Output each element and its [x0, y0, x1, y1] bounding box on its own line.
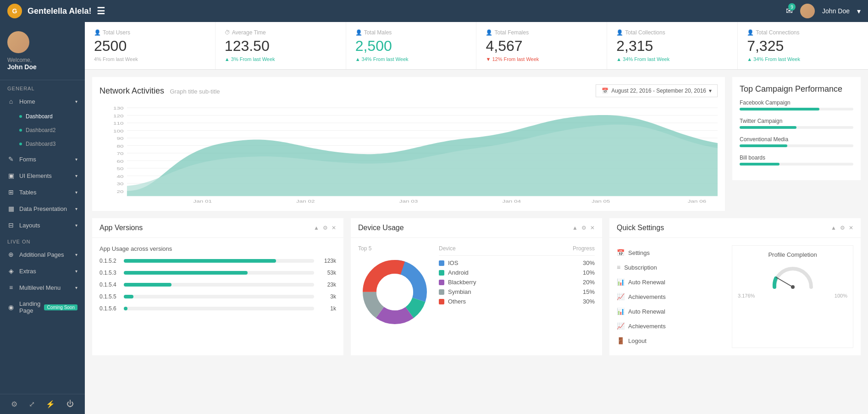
collections-icon: 👤: [616, 29, 623, 36]
hamburger-icon[interactable]: ☰: [97, 6, 105, 17]
collapse-icon[interactable]: ▲: [572, 225, 578, 231]
network-chart: 130 120 110 100 90 80 70 60 50 40 30: [100, 103, 718, 204]
sidebar-item-layouts[interactable]: ⊟ Layouts ▾: [0, 217, 85, 233]
sidebar-item-dashboard3[interactable]: Dashboard3: [0, 137, 85, 151]
app-versions-panel: App Versions ▲ ⚙ ✕ App Usage across vers…: [92, 218, 343, 355]
others-dot: [439, 299, 444, 304]
top-nav-right: ✉ 9 John Doe ▾: [786, 4, 861, 18]
version-bar-bg-0156: [124, 307, 314, 310]
android-name: Android: [448, 269, 583, 276]
app-name: Gentelella Alela!: [28, 6, 91, 16]
close-icon[interactable]: ✕: [332, 225, 336, 231]
qs-item-auto-renewal1[interactable]: 📊 Auto Renewal: [617, 275, 726, 289]
content-grid: Network Activities Graph title sub-title…: [85, 70, 868, 363]
achievements2-icon: 📈: [617, 322, 625, 330]
quick-settings-actions: ▲ ⚙ ✕: [831, 225, 853, 231]
settings-icon: 📅: [617, 249, 625, 256]
qs-item-logout[interactable]: 🚪 Logout: [617, 333, 726, 348]
qs-item-achievements1[interactable]: 📈 Achievements: [617, 289, 726, 304]
collapse-icon[interactable]: ▲: [314, 225, 319, 231]
logout-icon[interactable]: ⏻: [66, 400, 74, 408]
sidebar-item-forms[interactable]: ✎ Forms ▾: [0, 151, 85, 167]
qs-subscription-label: Subscription: [624, 264, 657, 271]
settings-icon[interactable]: ⚙: [323, 225, 328, 231]
version-value-0154: 23k: [318, 282, 336, 288]
device-top: Top 5: [358, 245, 595, 329]
sidebar-item-extras[interactable]: ◈ Extras ▾: [0, 263, 85, 279]
settings-icon[interactable]: ⚙: [11, 400, 17, 408]
ui-elements-icon: ▣: [7, 172, 15, 179]
stat-avg-time: ⏱ Average Time 123.50 ▲ 3% From last Wee…: [216, 22, 346, 69]
sidebar-item-extras-label: Extras: [19, 268, 75, 275]
sidebar-item-additional-label: Additional Pages: [19, 251, 75, 258]
sidebar-item-multilevel[interactable]: ≡ Multilevel Menu ▾: [0, 279, 85, 296]
sidebar-item-ui-elements[interactable]: ▣ UI Elements ▾: [0, 167, 85, 184]
sidebar-item-dashboard2[interactable]: Dashboard2: [0, 123, 85, 137]
stat-total-males-label: 👤 Total Males: [355, 29, 467, 36]
close-icon[interactable]: ✕: [849, 225, 853, 231]
device-usage-header: Device Usage ▲ ⚙ ✕: [351, 218, 602, 238]
sidebar-item-dashboard[interactable]: Dashboard: [0, 110, 85, 123]
close-icon[interactable]: ✕: [590, 225, 595, 231]
stat-total-users: 👤 Total Users 2500 4% From last Week: [85, 22, 216, 69]
svg-text:Jan 01: Jan 01: [193, 199, 211, 204]
stat-total-collections-value: 2,315: [616, 38, 728, 55]
qs-item-subscription[interactable]: ≡ Subscription: [617, 260, 726, 275]
avatar: [800, 4, 815, 18]
svg-text:Jan 04: Jan 04: [502, 199, 521, 204]
chevron-down-icon: ▾: [75, 223, 77, 228]
settings-icon[interactable]: ⚙: [840, 225, 845, 231]
version-row-0153: 0.1.5.3 53k: [100, 270, 336, 276]
version-bar-bg-0154: [124, 283, 314, 287]
qs-item-auto-renewal2[interactable]: 📊 Auto Renewal: [617, 304, 726, 319]
notification-badge: 9: [788, 3, 796, 11]
symbian-pct: 15%: [583, 288, 595, 295]
stat-total-collections: 👤 Total Collections 2,315 ▲ 34% From las…: [607, 22, 738, 69]
campaign-twitter-label: Twitter Campaign: [740, 118, 853, 124]
qs-item-achievements2[interactable]: 📈 Achievements: [617, 319, 726, 333]
campaign-col: Top Campaign Performance Facebook Campai…: [732, 77, 861, 211]
sidebar-item-additional-pages[interactable]: ⊕ Additional Pages ▾: [0, 246, 85, 263]
blackberry-name: Blackberry: [448, 279, 583, 286]
sidebar-avatar: [7, 31, 29, 53]
date-picker-button[interactable]: 📅 August 22, 2016 - September 20, 2016 ▾: [596, 84, 718, 97]
campaign-conventional-label: Conventional Media: [740, 136, 853, 143]
version-value-0152: 123k: [318, 258, 336, 264]
network-section: Network Activities Graph title sub-title…: [92, 77, 725, 211]
version-bar-bg-0153: [124, 271, 314, 275]
campaign-facebook-label: Facebook Campaign: [740, 99, 853, 106]
sidebar-item-home[interactable]: ⌂ Home ▾: [0, 93, 85, 110]
svg-text:90: 90: [116, 136, 123, 141]
auto-renewal-icon: 📊: [617, 278, 625, 286]
gauge-fill-arc: [774, 278, 775, 287]
stat-avg-time-label: ⏱ Average Time: [225, 29, 337, 36]
sidebar-welcome: Welcome,: [7, 57, 32, 63]
gauge-needle-base: [791, 285, 795, 289]
stat-avg-time-value: 123.50: [225, 38, 337, 55]
notification-bell[interactable]: ✉ 9: [786, 6, 793, 16]
collapse-icon[interactable]: ▲: [831, 225, 836, 231]
chevron-down-icon: ▾: [75, 269, 77, 274]
campaign-item-twitter: Twitter Campaign: [740, 118, 853, 129]
power-icon[interactable]: ⚡: [46, 400, 55, 408]
svg-text:Jan 02: Jan 02: [296, 199, 315, 204]
sidebar-item-landing[interactable]: ◉ Landing Page Coming Soon: [0, 296, 85, 319]
device-donut-chart: [358, 255, 431, 329]
stats-row: 👤 Total Users 2500 4% From last Week ⏱ A…: [85, 22, 868, 70]
version-label-0153: 0.1.5.3: [100, 270, 120, 276]
blackberry-dot: [439, 280, 444, 285]
device-usage-body: Top 5: [351, 238, 602, 336]
campaign-billboards-bar-fill: [740, 163, 780, 166]
fullscreen-icon[interactable]: ⤢: [29, 400, 35, 408]
sidebar-user: Welcome, John Doe: [0, 22, 85, 80]
qs-item-settings[interactable]: 📅 Settings: [617, 245, 726, 260]
version-bar-fill-0153: [124, 271, 248, 275]
logout-icon: 🚪: [617, 337, 625, 344]
app-versions-body: App Usage across versions 0.1.5.2 123k 0…: [92, 238, 343, 325]
settings-icon[interactable]: ⚙: [581, 225, 586, 231]
stat-total-connections-value: 7,325: [747, 38, 859, 55]
campaign-item-conventional: Conventional Media: [740, 136, 853, 147]
sidebar-item-data-presentation[interactable]: ▦ Data Presentation ▾: [0, 200, 85, 217]
sidebar-item-tables[interactable]: ⊞ Tables ▾: [0, 184, 85, 200]
campaign-item-billboards: Bill boards: [740, 155, 853, 166]
